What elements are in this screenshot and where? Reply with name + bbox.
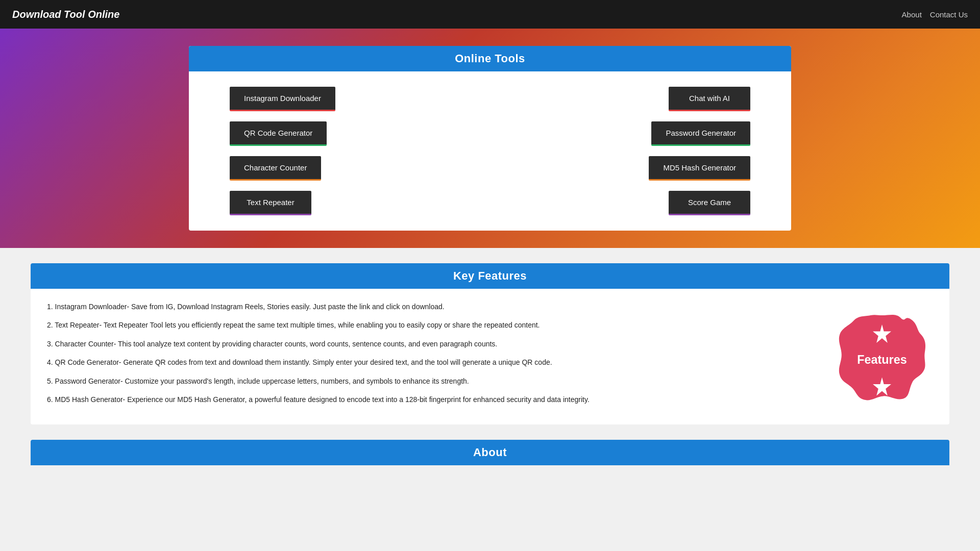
tools-card: Online Tools Instagram Downloader QR Cod… <box>189 46 791 231</box>
feature-item-3: 3. Character Counter- This tool analyze … <box>47 338 811 349</box>
nav-links: About Contact Us <box>902 10 968 19</box>
tools-heading: Online Tools <box>189 46 791 71</box>
svg-text:Features: Features <box>857 353 907 366</box>
feature-item-1: 1. Instagram Downloader- Save from IG, D… <box>47 301 811 312</box>
feature-item-6: 6. MD5 Hash Generator- Experience our MD… <box>47 394 811 405</box>
tools-right: Chat with AI Password Generator MD5 Hash… <box>592 87 750 215</box>
feature-item-2: 2. Text Repeater- Text Repeater Tool let… <box>47 319 811 331</box>
navbar: Download Tool Online About Contact Us <box>0 0 980 29</box>
feature-item-4: 4. QR Code Generator- Generate QR codes … <box>47 357 811 368</box>
site-brand[interactable]: Download Tool Online <box>12 9 119 20</box>
chat-ai-button[interactable]: Chat with AI <box>669 87 750 111</box>
score-game-button[interactable]: Score Game <box>669 191 750 215</box>
features-list: 1. Instagram Downloader- Save from IG, D… <box>47 301 811 412</box>
tools-left: Instagram Downloader QR Code Generator C… <box>230 87 388 215</box>
nav-about[interactable]: About <box>902 10 922 19</box>
features-badge-svg: Features <box>836 311 928 403</box>
qr-code-generator-button[interactable]: QR Code Generator <box>230 121 327 146</box>
password-generator-button[interactable]: Password Generator <box>651 121 750 146</box>
md5-hash-generator-button[interactable]: MD5 Hash Generator <box>649 156 750 181</box>
character-counter-button[interactable]: Character Counter <box>230 156 321 181</box>
hero-section: Online Tools Instagram Downloader QR Cod… <box>0 29 980 248</box>
instagram-downloader-button[interactable]: Instagram Downloader <box>230 87 335 111</box>
nav-contact[interactable]: Contact Us <box>930 10 968 19</box>
features-content: 1. Instagram Downloader- Save from IG, D… <box>31 289 949 424</box>
feature-item-5: 5. Password Generator- Customize your pa… <box>47 375 811 387</box>
features-badge: Features <box>831 301 933 412</box>
about-heading: About <box>31 440 949 465</box>
features-heading: Key Features <box>31 263 949 289</box>
features-section: Key Features 1. Instagram Downloader- Sa… <box>31 263 949 424</box>
tools-grid: Instagram Downloader QR Code Generator C… <box>189 71 791 231</box>
about-section: About <box>31 440 949 465</box>
text-repeater-button[interactable]: Text Repeater <box>230 191 311 215</box>
